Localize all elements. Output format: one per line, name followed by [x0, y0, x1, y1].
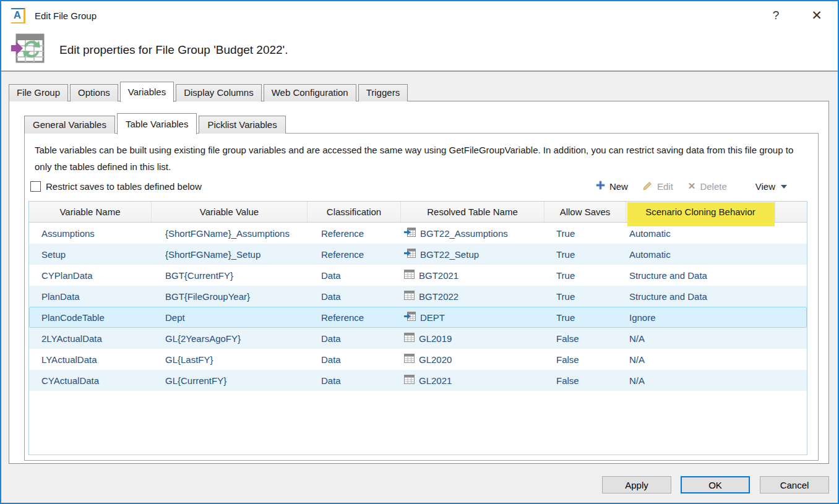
column-header-resolved-table-name[interactable]: Resolved Table Name	[401, 202, 544, 222]
cell-resolved-table-name: BGT22_Setup	[401, 249, 544, 260]
apply-button[interactable]: Apply	[602, 476, 671, 493]
restrict-saves-checkbox[interactable]	[30, 181, 41, 192]
ok-button[interactable]: OK	[681, 476, 750, 493]
cell-variable-name: 2LYActualData	[29, 333, 152, 344]
cell-allow-saves: True	[544, 228, 626, 239]
cell-variable-name: CYActualData	[29, 375, 152, 386]
column-header-allow-saves[interactable]: Allow Saves	[544, 202, 626, 222]
cell-variable-value: Dept	[152, 312, 308, 323]
controls-row: Restrict saves to tables defined below N…	[30, 178, 787, 194]
table-variables-grid: Variable Name Variable Value Classificat…	[28, 201, 807, 455]
cell-classification: Data	[308, 333, 401, 344]
table-icon	[404, 333, 415, 344]
cell-resolved-table-name: GL2020	[401, 354, 544, 365]
cell-variable-value: BGT{FileGroupYear}	[152, 291, 308, 302]
table-row[interactable]: 2LYActualDataGL{2YearsAgoFY}DataGL2019Fa…	[29, 328, 807, 349]
column-header-variable-value[interactable]: Variable Value	[152, 202, 308, 222]
column-header-variable-name[interactable]: Variable Name	[29, 202, 152, 222]
delete-button[interactable]: ✕ Delete	[688, 181, 727, 192]
window-title: Edit File Group	[35, 11, 97, 21]
plus-icon	[596, 181, 605, 192]
variables-sub-tab-strip: General Variables Table Variables Pickli…	[24, 113, 288, 134]
cell-allow-saves: True	[544, 249, 626, 260]
cell-allow-saves: True	[544, 291, 626, 302]
cell-variable-name: Assumptions	[29, 228, 152, 239]
tab-variables[interactable]: Variables	[120, 82, 174, 102]
cell-resolved-table-name: GL2019	[401, 333, 544, 344]
cell-classification: Data	[308, 270, 401, 281]
restrict-saves-label[interactable]: Restrict saves to tables defined below	[46, 181, 202, 192]
help-button[interactable]: ?	[764, 1, 788, 30]
delete-x-icon: ✕	[688, 181, 696, 192]
cell-resolved-table-name: GL2021	[401, 375, 544, 386]
cell-scenario-cloning-behavior: N/A	[626, 375, 775, 386]
tab-options[interactable]: Options	[70, 84, 118, 101]
grid-header-row: Variable Name Variable Value Classificat…	[29, 202, 807, 223]
tab-triggers[interactable]: Triggers	[358, 84, 408, 101]
banner-text: Edit properties for File Group 'Budget 2…	[59, 43, 288, 57]
close-button[interactable]: ✕	[804, 1, 829, 30]
title-bar: A Edit File Group ? ✕	[1, 1, 838, 30]
dialog-banner: Edit properties for File Group 'Budget 2…	[1, 30, 838, 72]
cell-allow-saves: False	[544, 333, 626, 344]
cell-resolved-table-name: BGT2022	[401, 291, 544, 302]
subtab-general-variables[interactable]: General Variables	[24, 116, 115, 134]
table-variables-panel: Table variables can be built using exist…	[24, 133, 819, 461]
cell-variable-value: {ShortFGName}_Assumptions	[152, 228, 308, 239]
cell-variable-name: LYActualData	[29, 354, 152, 365]
table-row[interactable]: CYActualDataGL{CurrentFY}DataGL2021False…	[29, 370, 807, 391]
cell-variable-value: BGT{CurrentFY}	[152, 270, 308, 281]
app-logo-icon: A	[11, 8, 25, 23]
table-row[interactable]: PlanCodeTableDeptReferenceDEPTTrueIgnore	[29, 307, 807, 328]
tab-file-group[interactable]: File Group	[9, 84, 68, 101]
table-import-icon	[404, 228, 416, 239]
tab-display-columns[interactable]: Display Columns	[176, 84, 262, 101]
cell-resolved-table-name: BGT22_Assumptions	[401, 228, 544, 239]
table-row[interactable]: PlanDataBGT{FileGroupYear}DataBGT2022Tru…	[29, 286, 807, 307]
cell-variable-name: PlanData	[29, 291, 152, 302]
table-icon	[404, 291, 415, 302]
cell-resolved-table-name: BGT2021	[401, 270, 544, 281]
table-icon	[404, 354, 415, 365]
cell-classification: Reference	[308, 249, 401, 260]
cell-classification: Reference	[308, 312, 401, 323]
grid-body: Assumptions{ShortFGName}_AssumptionsRefe…	[29, 223, 807, 391]
table-icon	[404, 375, 415, 386]
column-header-filler	[775, 202, 807, 222]
table-row[interactable]: LYActualDataGL{LastFY}DataGL2020FalseN/A	[29, 349, 807, 370]
edit-button[interactable]: Edit	[643, 181, 673, 192]
edit-file-group-dialog: A Edit File Group ? ✕ Edit properties fo…	[0, 0, 839, 504]
cell-allow-saves: False	[544, 354, 626, 365]
tab-web-configuration[interactable]: Web Configuration	[264, 84, 356, 101]
table-icon	[404, 270, 415, 281]
cell-variable-name: CYPlanData	[29, 270, 152, 281]
cell-scenario-cloning-behavior: Automatic	[626, 228, 775, 239]
new-button[interactable]: New	[596, 181, 628, 192]
subtab-table-variables[interactable]: Table Variables	[117, 113, 197, 134]
cancel-button[interactable]: Cancel	[760, 476, 829, 493]
cell-allow-saves: True	[544, 312, 626, 323]
pencil-icon	[643, 181, 653, 192]
cell-classification: Data	[308, 291, 401, 302]
cell-scenario-cloning-behavior: Automatic	[626, 249, 775, 260]
column-header-classification[interactable]: Classification	[308, 202, 401, 222]
cell-scenario-cloning-behavior: N/A	[626, 354, 775, 365]
table-row[interactable]: CYPlanDataBGT{CurrentFY}DataBGT2021TrueS…	[29, 265, 807, 286]
panel-description: Table variables can be built using exist…	[35, 142, 807, 175]
main-tab-strip: File Group Options Variables Display Col…	[9, 82, 410, 102]
cell-variable-value: GL{CurrentFY}	[152, 375, 308, 386]
cell-variable-value: GL{2YearsAgoFY}	[152, 333, 308, 344]
cell-resolved-table-name: DEPT	[401, 312, 544, 323]
grid-toolbar: New Edit ✕ Delete View	[581, 181, 787, 192]
table-import-icon	[404, 312, 416, 323]
cell-variable-value: GL{LastFY}	[152, 354, 308, 365]
cell-classification: Reference	[308, 228, 401, 239]
cell-scenario-cloning-behavior: N/A	[626, 333, 775, 344]
table-row[interactable]: Setup{ShortFGName}_SetupReferenceBGT22_S…	[29, 244, 807, 265]
cell-allow-saves: False	[544, 375, 626, 386]
cell-scenario-cloning-behavior: Structure and Data	[626, 291, 775, 302]
column-header-scenario-cloning-behavior-highlighted[interactable]: Scenario Cloning Behavior	[626, 202, 775, 222]
view-dropdown-button[interactable]: View	[755, 181, 787, 192]
subtab-picklist-variables[interactable]: Picklist Variables	[199, 116, 285, 134]
cell-classification: Data	[308, 354, 401, 365]
